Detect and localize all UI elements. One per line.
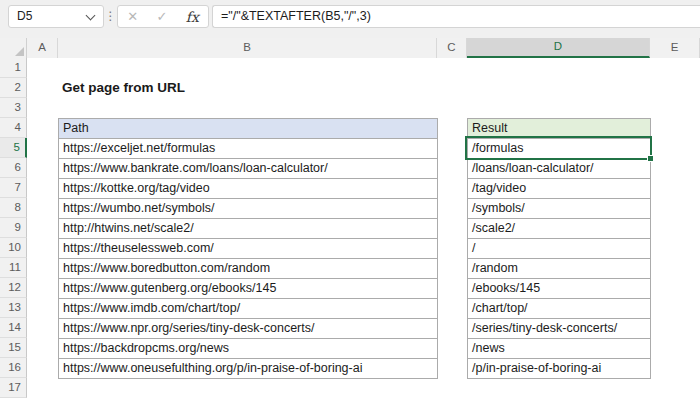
formula-input[interactable]: ="/"&TEXTAFTER(B5,"/",3)	[212, 5, 700, 28]
name-box[interactable]: D5	[8, 5, 104, 28]
column-header-D[interactable]: D	[467, 38, 650, 58]
row-header-16[interactable]: 16	[0, 358, 27, 378]
row-header-15[interactable]: 15	[0, 338, 27, 358]
row-header-1[interactable]: 1	[0, 58, 27, 78]
path-cell[interactable]: https://theuselessweb.com/	[59, 239, 437, 259]
result-cell[interactable]: /symbols/	[468, 199, 650, 219]
path-cell[interactable]: https://www.oneusefulthing.org/p/in-prai…	[59, 359, 437, 379]
result-cell[interactable]: /series/tiny-desk-concerts/	[468, 319, 650, 339]
select-all-button[interactable]	[0, 38, 27, 58]
column-header-C[interactable]: C	[437, 38, 467, 58]
row-header-7[interactable]: 7	[0, 178, 27, 198]
path-cell[interactable]: https://www.gutenberg.org/ebooks/145	[59, 279, 437, 299]
select-all-icon	[15, 47, 24, 56]
path-cell[interactable]: https://www.npr.org/series/tiny-desk-con…	[59, 319, 437, 339]
insert-function-icon[interactable]: fx	[186, 9, 199, 25]
result-cell[interactable]: /news	[468, 339, 650, 359]
column-header-B[interactable]: B	[58, 38, 437, 58]
formula-bar: D5 ⋮ ✕ ✓ fx ="/"&TEXTAFTER(B5,"/",3)	[0, 0, 700, 38]
result-cell[interactable]: /	[468, 239, 650, 259]
row-header-3[interactable]: 3	[0, 98, 27, 118]
chevron-down-icon[interactable]	[86, 11, 96, 21]
result-cell[interactable]: /p/in-praise-of-boring-ai	[468, 359, 650, 379]
row-header-17[interactable]: 17	[0, 378, 27, 398]
row-header-9[interactable]: 9	[0, 218, 27, 238]
path-cell[interactable]: https://www.boredbutton.com/random	[59, 259, 437, 279]
path-cell[interactable]: https://kottke.org/tag/video	[59, 179, 437, 199]
row-header-6[interactable]: 6	[0, 158, 27, 178]
sheet-title-cell[interactable]: Get page from URL	[62, 78, 185, 98]
row-header-10[interactable]: 10	[0, 238, 27, 258]
path-cell[interactable]: https://wumbo.net/symbols/	[59, 199, 437, 219]
row-header-4[interactable]: 4	[0, 118, 27, 138]
column-header-A[interactable]: A	[27, 38, 58, 58]
path-cell[interactable]: https://www.bankrate.com/loans/loan-calc…	[59, 159, 437, 179]
cell-reference: D5	[17, 6, 32, 27]
row-header-13[interactable]: 13	[0, 298, 27, 318]
formula-text: ="/"&TEXTAFTER(B5,"/",3)	[221, 6, 371, 27]
path-table: Pathhttps://exceljet.net/formulashttps:/…	[58, 118, 438, 379]
result-cell[interactable]: /random	[468, 259, 650, 279]
row-header-11[interactable]: 11	[0, 258, 27, 278]
namebox-resize-handle[interactable]: ⋮	[104, 5, 117, 28]
row-header-5[interactable]: 5	[0, 138, 27, 158]
path-header-cell[interactable]: Path	[59, 119, 437, 139]
result-cell[interactable]: /formulas	[468, 139, 650, 159]
formula-buttons: ✕ ✓ fx	[117, 5, 209, 28]
result-cell[interactable]: /scale2/	[468, 219, 650, 239]
result-table: Result/formulas/loans/loan-calculator//t…	[467, 118, 651, 379]
column-header-E[interactable]: E	[650, 38, 700, 58]
row-header-8[interactable]: 8	[0, 198, 27, 218]
path-cell[interactable]: https://backdropcms.org/news	[59, 339, 437, 359]
row-header-14[interactable]: 14	[0, 318, 27, 338]
result-cell[interactable]: /ebooks/145	[468, 279, 650, 299]
result-cell[interactable]: /chart/top/	[468, 299, 650, 319]
result-cell[interactable]: /loans/loan-calculator/	[468, 159, 650, 179]
row-header-12[interactable]: 12	[0, 278, 27, 298]
spreadsheet-app: D5 ⋮ ✕ ✓ fx ="/"&TEXTAFTER(B5,"/",3) ABC…	[0, 0, 700, 400]
path-cell[interactable]: https://www.imdb.com/chart/top/	[59, 299, 437, 319]
result-header-cell[interactable]: Result	[468, 119, 650, 139]
result-cell[interactable]: /tag/video	[468, 179, 650, 199]
path-cell[interactable]: https://exceljet.net/formulas	[59, 139, 437, 159]
path-cell[interactable]: http://htwins.net/scale2/	[59, 219, 437, 239]
enter-icon[interactable]: ✓	[156, 6, 167, 27]
cancel-icon[interactable]: ✕	[127, 6, 138, 27]
row-header-2[interactable]: 2	[0, 78, 27, 98]
